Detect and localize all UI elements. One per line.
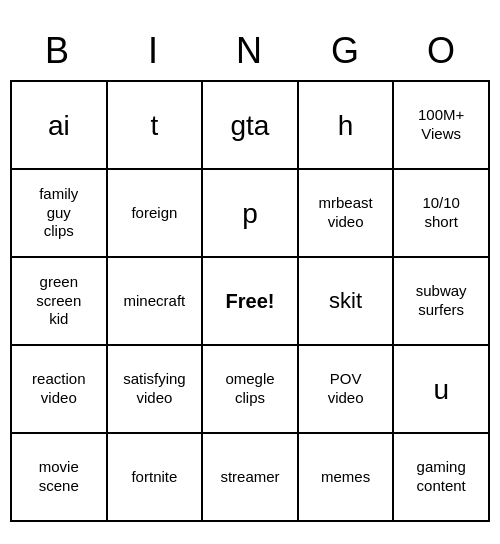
bingo-cell-r3-c3: POVvideo: [299, 346, 395, 434]
bingo-cell-r4-c4: gamingcontent: [394, 434, 490, 522]
bingo-cell-r3-c0: reactionvideo: [12, 346, 108, 434]
bingo-cell-r2-c0: greenscreenkid: [12, 258, 108, 346]
bingo-cell-r3-c1: satisfyingvideo: [108, 346, 204, 434]
header-letter-b: B: [10, 22, 106, 80]
bingo-cell-r4-c2: streamer: [203, 434, 299, 522]
bingo-cell-r2-c1: minecraft: [108, 258, 204, 346]
bingo-cell-r4-c1: fortnite: [108, 434, 204, 522]
bingo-cell-r1-c0: familyguyclips: [12, 170, 108, 258]
bingo-cell-r2-c3: skit: [299, 258, 395, 346]
bingo-cell-r1-c1: foreign: [108, 170, 204, 258]
bingo-cell-r3-c4: u: [394, 346, 490, 434]
bingo-cell-r0-c3: h: [299, 82, 395, 170]
bingo-cell-r3-c2: omegleclips: [203, 346, 299, 434]
bingo-cell-r1-c3: mrbeastvideo: [299, 170, 395, 258]
bingo-cell-r0-c1: t: [108, 82, 204, 170]
bingo-cell-r2-c4: subwaysurfers: [394, 258, 490, 346]
bingo-cell-r2-c2: Free!: [203, 258, 299, 346]
bingo-cell-r0-c0: ai: [12, 82, 108, 170]
bingo-cell-r0-c4: 100M+Views: [394, 82, 490, 170]
bingo-card: BINGO aitgtah100M+Viewsfamilyguyclipsfor…: [10, 22, 490, 522]
bingo-cell-r1-c4: 10/10short: [394, 170, 490, 258]
header-letter-g: G: [298, 22, 394, 80]
header-letter-i: I: [106, 22, 202, 80]
header-letter-n: N: [202, 22, 298, 80]
bingo-grid: aitgtah100M+Viewsfamilyguyclipsforeignpm…: [10, 80, 490, 522]
bingo-header: BINGO: [10, 22, 490, 80]
bingo-cell-r0-c2: gta: [203, 82, 299, 170]
bingo-cell-r1-c2: p: [203, 170, 299, 258]
bingo-cell-r4-c3: memes: [299, 434, 395, 522]
header-letter-o: O: [394, 22, 490, 80]
bingo-cell-r4-c0: moviescene: [12, 434, 108, 522]
